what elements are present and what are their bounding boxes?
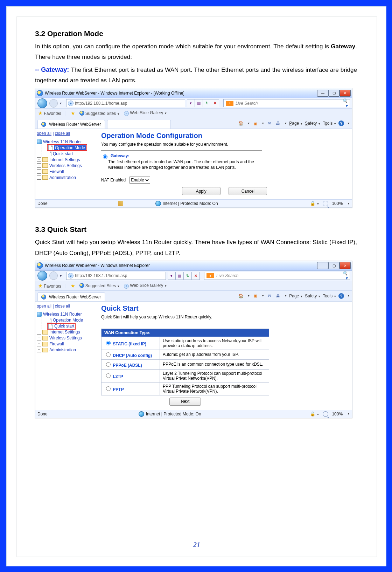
safety-menu[interactable]: Safety▼	[305, 121, 321, 126]
close-all-link[interactable]: close all	[55, 304, 70, 309]
web-slice-gallery-link[interactable]: eWeb Slice Gallery▼	[124, 283, 167, 289]
search-input[interactable]: b Live Search 🔍 ▾	[204, 272, 350, 280]
add-favorite-button[interactable]: ★	[71, 283, 75, 289]
url-dropdown[interactable]: ▾	[187, 99, 195, 107]
wan-radio-static[interactable]	[106, 341, 111, 345]
table-row: L2TPLayer 2 Tunneling Protocol can suppo…	[102, 369, 269, 382]
refresh-button[interactable]: ↻	[203, 99, 211, 107]
expand-icon[interactable]: +	[37, 163, 41, 168]
tree-root[interactable]: Wireless 11N Router	[37, 139, 96, 145]
search-button-icon[interactable]: 🔍 ▾	[339, 98, 348, 108]
expand-icon[interactable]: +	[37, 348, 41, 352]
page-menu[interactable]: Page▼	[289, 294, 303, 298]
search-input[interactable]: b Live Search 🔍 ▾	[223, 99, 350, 107]
cancel-button[interactable]: Cancel	[229, 187, 267, 195]
page-menu[interactable]: Page▼	[289, 121, 303, 126]
wan-radio-dhcp[interactable]	[106, 352, 111, 357]
tree-administration[interactable]: +Administration	[37, 347, 96, 353]
nav-back-button[interactable]	[37, 271, 47, 281]
print-icon[interactable]: 🖶	[275, 293, 281, 299]
tab-router[interactable]: Wireless Router WebServer	[37, 120, 105, 129]
security-report-icon[interactable]: 🔓▼	[310, 412, 319, 416]
stop-button[interactable]: ✕	[192, 272, 200, 280]
url-input[interactable]: ehttp://192.168.1.1/home.asp	[66, 272, 166, 280]
web-slice-gallery-link[interactable]: eWeb Slice Gallery▼	[124, 110, 167, 116]
maximize-button[interactable]: ▢	[328, 90, 340, 97]
close-all-link[interactable]: close all	[55, 131, 70, 136]
gateway-radio[interactable]	[103, 154, 107, 159]
expand-icon[interactable]: +	[37, 157, 41, 162]
nav-forward-button[interactable]	[49, 271, 58, 280]
close-button[interactable]: ✕	[340, 262, 351, 269]
tab-blank[interactable]	[107, 120, 171, 129]
minimize-button[interactable]: —	[317, 262, 328, 269]
zoom-level[interactable]: 100%	[332, 412, 343, 416]
mail-icon[interactable]: ✉	[266, 293, 273, 299]
expand-icon[interactable]: +	[37, 342, 41, 346]
search-button-icon[interactable]: 🔍 ▾	[339, 271, 348, 281]
nav-forward-button[interactable]	[49, 99, 58, 108]
maximize-button[interactable]: ▢	[328, 262, 340, 269]
expand-icon[interactable]: +	[37, 175, 41, 180]
nat-select[interactable]: Enable	[129, 177, 150, 184]
tree-operation-mode[interactable]: Operation Mode	[42, 317, 96, 323]
tree-quick-start[interactable]: Quick start	[42, 151, 96, 157]
favorites-button[interactable]: ★ Favorites	[38, 283, 61, 289]
globe-icon	[139, 411, 144, 417]
url-dropdown[interactable]: ▾	[168, 272, 176, 280]
expand-icon[interactable]: +	[37, 336, 41, 340]
zoom-icon[interactable]	[323, 201, 328, 206]
refresh-button[interactable]: ↻	[184, 272, 192, 280]
tree-quick-start[interactable]: Quick start	[47, 323, 76, 330]
favorites-button[interactable]: ★ Favorites	[38, 110, 61, 116]
minimize-button[interactable]: —	[317, 90, 328, 97]
nav-back-button[interactable]	[37, 98, 47, 108]
print-icon[interactable]: 🖶	[275, 120, 281, 126]
open-all-link[interactable]: open all	[37, 304, 51, 309]
window-titlebar[interactable]: Wireless Router WebServer - Windows Inte…	[35, 88, 352, 98]
compat-view-icon[interactable]: ▥	[176, 272, 184, 280]
open-all-link[interactable]: open all	[37, 131, 51, 136]
tree-root[interactable]: Wireless 11N Router	[37, 311, 96, 317]
e-icon: e	[124, 284, 129, 289]
expand-icon[interactable]: +	[37, 169, 41, 174]
tree-internet-settings[interactable]: +Internet Settings	[37, 329, 96, 335]
security-report-icon[interactable]: 🔓▼	[310, 201, 319, 206]
safety-menu[interactable]: Safety▼	[305, 294, 321, 298]
zoom-icon[interactable]	[323, 411, 328, 417]
expand-icon[interactable]: +	[37, 330, 41, 335]
tree-wireless-settings[interactable]: +Wireless Settings	[37, 335, 96, 341]
tab-router[interactable]: Wireless Router WebServer	[37, 292, 105, 301]
home-icon[interactable]: 🏠	[238, 293, 244, 299]
tree-operation-mode[interactable]: Operation Mode	[47, 144, 87, 151]
mail-icon[interactable]: ✉	[266, 120, 273, 126]
suggested-sites-link[interactable]: Suggested Sites▼	[79, 111, 120, 116]
next-button[interactable]: Next	[169, 398, 201, 406]
tree-internet-settings[interactable]: +Internet Settings	[37, 157, 96, 163]
tree-firewall[interactable]: +Firewall	[37, 341, 96, 347]
tree-wireless-settings[interactable]: +Wireless Settings	[37, 163, 96, 168]
rss-icon[interactable]: ▣	[252, 293, 258, 299]
nav-history-dropdown[interactable]: ▾	[60, 101, 64, 105]
help-icon[interactable]: ?	[338, 120, 344, 126]
tools-menu[interactable]: Tools▼	[323, 294, 336, 298]
wan-radio-pptp[interactable]	[106, 386, 111, 391]
apply-button[interactable]: Apply	[182, 187, 220, 195]
compat-view-icon[interactable]: ▥	[195, 99, 203, 107]
add-favorite-button[interactable]: ★	[71, 110, 75, 116]
wan-radio-pppoe[interactable]	[106, 362, 111, 367]
url-input[interactable]: ehttp://192.168.1.1/home.asp	[66, 99, 185, 107]
wan-radio-l2tp[interactable]	[106, 373, 111, 378]
rss-icon[interactable]: ▣	[252, 120, 258, 126]
zoom-level[interactable]: 100%	[332, 201, 343, 206]
suggested-sites-link[interactable]: Suggested Sites▼	[79, 283, 120, 288]
tools-menu[interactable]: Tools▼	[323, 121, 336, 126]
tree-administration[interactable]: +Administration	[37, 174, 96, 180]
help-icon[interactable]: ?	[338, 293, 344, 299]
window-titlebar[interactable]: Wireless Router WebServer - Windows Inte…	[35, 261, 352, 271]
home-icon[interactable]: 🏠	[238, 120, 244, 126]
tree-firewall[interactable]: +Firewall	[37, 168, 96, 174]
stop-button[interactable]: ✕	[211, 99, 219, 107]
close-button[interactable]: ✕	[340, 90, 351, 97]
nav-history-dropdown[interactable]: ▾	[60, 274, 64, 278]
